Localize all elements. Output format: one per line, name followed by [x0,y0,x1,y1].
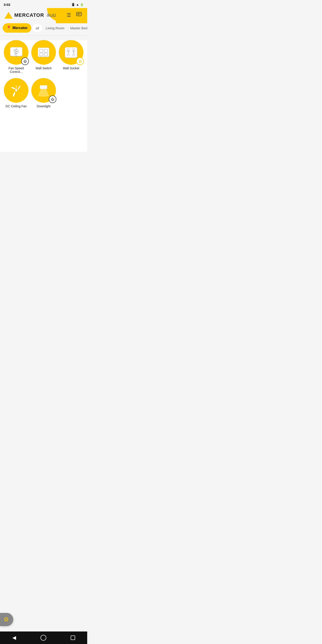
power-icon-downlight: ⏻ [51,98,54,101]
header-actions: ☰ [66,11,83,20]
power-icon-active: ⏻ [78,60,82,63]
battery-icon: 🔋 [80,3,84,6]
status-time: 3:02 [4,3,10,6]
status-bar: 3:02 📳 ▲ 🔋 [0,0,87,8]
location-icon: 📍 [6,26,11,30]
logo-mercator-text: MERCATOR [14,12,44,18]
fan-speed-power-btn[interactable]: ⏻ [21,58,29,65]
power-icon: ⏻ [24,60,26,63]
menu-button[interactable]: ☰ [66,11,72,20]
header: MERCATOR ikuü ☰ [0,8,87,23]
svg-point-5 [16,51,17,52]
tab-master-bed-label: Master Bed [70,26,87,30]
tab-all[interactable]: all [33,24,42,32]
status-icons: 📳 ▲ 🔋 [71,3,84,6]
divider [0,35,87,36]
logo-area: MERCATOR ikuü [4,12,56,18]
device-circle-fan-speed: ⏻ [4,40,28,64]
wall-switch-label: Wall Switch [36,66,52,70]
dc-fan-label: DC Ceiling Fan [6,104,27,108]
main-content: ⏻ Fan Speed Control... W [0,40,87,152]
tab-master-bed[interactable]: Master Bed [68,24,87,32]
downlight-label: Downlight [37,104,50,108]
wall-socket-label: Wall Socket [63,66,79,70]
wall-socket-power-btn[interactable]: ⏻ [76,58,84,65]
downlight-power-btn[interactable]: ⏻ [49,96,56,103]
device-circle-wall-socket: ⏻ [59,40,84,64]
logo-triangle-icon [4,12,12,18]
svg-rect-0 [76,12,82,16]
vibrate-icon: 📳 [71,3,75,6]
chat-button[interactable] [75,11,83,20]
device-item-wall-switch[interactable]: Wall Switch [31,40,56,74]
tab-mercator-label: Mercator [12,26,28,30]
fan-speed-icon [8,44,24,60]
downlight-icon [36,82,52,98]
wall-socket-icon [63,44,79,60]
device-grid: ⏻ Fan Speed Control... W [0,40,87,115]
device-circle-wall-switch [31,40,56,64]
device-item-wall-socket[interactable]: ⏻ Wall Socket [58,40,84,74]
device-item-fan-speed-control[interactable]: ⏻ Fan Speed Control... [4,40,29,74]
wifi-icon: ▲ [76,3,79,6]
tab-living-room-label: Living Room [46,26,64,30]
device-item-downlight[interactable]: ⏻ Downlight [31,78,56,108]
device-circle-dc-fan [4,78,28,103]
fan-speed-label: Fan Speed Control... [4,66,29,74]
tab-living-room[interactable]: Living Room [44,24,67,32]
svg-point-16 [16,90,17,91]
dc-fan-icon [8,82,24,98]
tab-all-label: all [36,26,39,30]
chat-icon [76,13,82,18]
tab-mercator[interactable]: 📍 Mercator [3,23,31,33]
logo-ikuu-text: ikuü [47,12,56,18]
wall-switch-icon [36,44,52,60]
device-item-dc-fan[interactable]: DC Ceiling Fan [4,78,29,108]
svg-rect-12 [65,47,77,58]
device-circle-downlight: ⏻ [31,78,56,103]
svg-rect-18 [40,85,47,89]
tab-bar: 📍 Mercator all Living Room Master Bed + [0,23,87,35]
hamburger-icon: ☰ [67,12,71,18]
